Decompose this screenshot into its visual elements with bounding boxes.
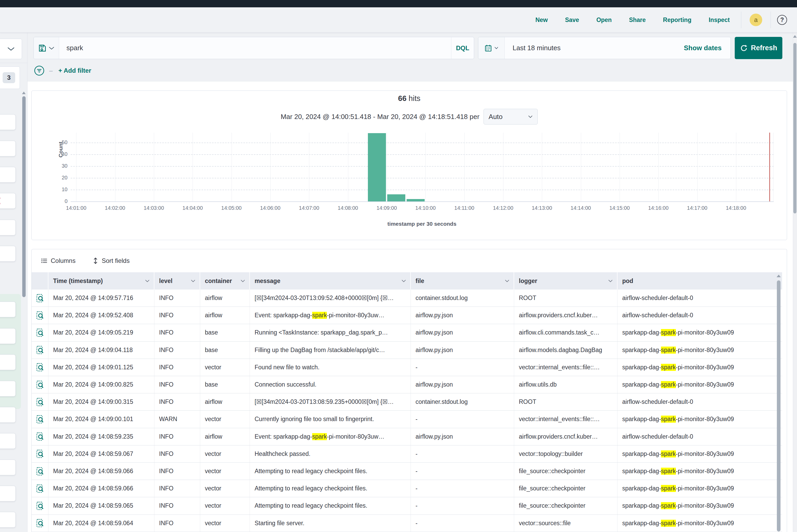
expand-row-button[interactable] [32,497,49,514]
field-card[interactable] [0,220,16,235]
table-row: Mar 20, 2024 @ 14:08:59.067INFOvectorHea… [32,445,782,463]
cell-pod: sparkapp-dag-spark-pi-monitor-80y3uw09 [617,480,782,497]
column-header-pod[interactable]: pod [617,272,782,289]
expand-row-button[interactable] [32,411,49,428]
field-card[interactable] [0,114,16,130]
cell-time: Mar 20, 2024 @ 14:09:00.825 [49,376,154,393]
cell-pod: sparkapp-dag-spark-pi-monitor-80y3uw09 [617,342,782,359]
y-tick-label: 20 [52,175,68,181]
column-header-message[interactable]: message [250,272,411,289]
field-card[interactable] [0,193,16,209]
column-header-level[interactable]: level [154,272,200,289]
field-card[interactable] [0,355,16,370]
cell-level: INFO [154,445,200,462]
field-card[interactable] [0,459,16,475]
x-tick-label: 14:13:00 [526,205,558,211]
refresh-button[interactable]: Refresh [735,37,782,59]
date-picker-quick-menu[interactable] [478,37,505,59]
field-card[interactable] [0,407,16,423]
nav-save-button[interactable]: Save [563,16,581,24]
search-highlight: spark [661,468,675,475]
filter-icon[interactable] [34,65,45,76]
date-picker[interactable]: Last 18 minutes Show dates [478,37,731,59]
field-card[interactable] [0,381,16,397]
column-header-logger[interactable]: logger [514,272,617,289]
nav-new-button[interactable]: New [534,16,549,24]
columns-button[interactable]: Columns [39,257,77,265]
cell-logger: file_source::checkpointer [514,497,617,514]
expand-row-button[interactable] [32,428,49,445]
expand-row-button[interactable] [32,393,49,411]
query-language-button[interactable]: DQL [451,37,474,59]
expand-row-button[interactable] [32,515,49,532]
field-card[interactable] [0,433,16,449]
field-card[interactable] [0,167,16,183]
help-icon[interactable]: ? [777,15,787,25]
table-scrollbar[interactable] [777,280,780,531]
cell-time: Mar 20, 2024 @ 14:09:52.408 [49,307,154,324]
x-gridline [348,133,348,202]
time-range-label[interactable]: Last 18 minutes [513,44,682,52]
cell-pod: sparkapp-dag-spark-pi-monitor-80y3uw09 [617,376,782,393]
expand-row-button[interactable] [32,445,49,462]
cell-level: INFO [154,324,200,341]
page-scrollbar-thumb[interactable] [793,43,796,213]
page-scroll-up-arrow[interactable] [793,35,797,38]
histogram-bar[interactable] [368,133,386,202]
nav-share-button[interactable]: Share [627,16,647,24]
search-input[interactable]: spark [67,44,451,52]
field-card[interactable] [0,512,16,528]
expand-row-button[interactable] [32,463,49,480]
x-tick-label: 14:16:00 [643,205,674,211]
nav-open-button[interactable]: Open [595,16,613,24]
cell-message: Healthcheck passed. [250,445,411,462]
cell-container: airflow [200,289,250,306]
histogram-bar[interactable] [407,199,425,202]
inspect-document-icon [35,432,45,441]
hits-count: 66 [398,94,406,102]
y-tick-label: 40 [52,151,68,157]
header-icon-column [32,272,49,289]
cell-pod: sparkapp-dag-spark-pi-monitor-80y3uw09 [617,324,782,341]
column-header-label: container [205,278,232,285]
column-header-time-timestamp-[interactable]: Time (timestamp) [49,272,154,289]
search-bar[interactable]: spark DQL [34,37,474,59]
field-card[interactable] [0,141,16,156]
add-filter-button[interactable]: + Add filter [57,67,93,75]
sidebar-scrollbar-thumb[interactable] [22,96,26,297]
avatar[interactable]: a [749,14,762,26]
x-tick-label: 14:01:00 [60,205,92,211]
expand-row-button[interactable] [32,376,49,393]
expand-row-button[interactable] [32,324,49,341]
index-pattern-select[interactable] [0,39,22,59]
expand-row-button[interactable] [32,289,49,306]
table-row: Mar 20, 2024 @ 14:09:00.101WARNvectorCur… [32,411,782,428]
expand-row-button[interactable] [32,342,49,359]
field-card[interactable] [0,302,16,317]
sort-fields-button[interactable]: Sort fields [91,257,131,265]
table-row: Mar 20, 2024 @ 14:09:57.716INFOairflow[☒… [32,289,782,307]
expand-row-button[interactable] [32,359,49,376]
show-dates-button[interactable]: Show dates [682,44,723,52]
sidebar-scroll-up-arrow[interactable] [22,92,26,94]
column-header-container[interactable]: container [200,272,250,289]
hits-unit: hits [409,94,421,102]
interval-select[interactable]: Auto [484,109,538,125]
expand-row-button[interactable] [32,307,49,324]
interval-value: Auto [488,113,503,121]
field-card[interactable] [0,246,16,262]
expand-row-button[interactable] [32,480,49,497]
nav-reporting-button[interactable]: Reporting [662,16,693,24]
histogram-bar[interactable] [387,194,405,202]
column-header-file[interactable]: file [411,272,514,289]
cell-message: Event: sparkapp-dag-spark-pi-monitor-80y… [250,307,411,324]
inspect-document-icon [35,362,45,372]
x-gridline [231,133,232,202]
saved-query-menu-button[interactable] [34,37,59,59]
field-card[interactable] [0,486,16,501]
remove-field-icon[interactable] [0,196,2,205]
table-scroll-up-arrow[interactable] [777,274,781,277]
cell-level: INFO [154,359,200,376]
field-card[interactable] [0,328,16,344]
nav-inspect-button[interactable]: Inspect [707,16,731,24]
